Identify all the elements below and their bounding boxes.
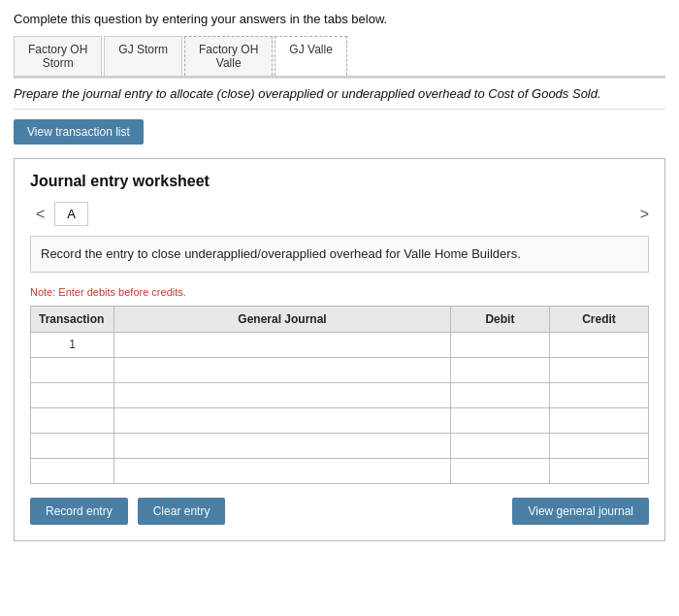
table-row bbox=[31, 433, 649, 458]
debit-cell-2[interactable] bbox=[450, 357, 549, 382]
credit-cell-6[interactable] bbox=[549, 458, 648, 483]
tabs-container: Factory OHStorm GJ Storm Factory OHValle… bbox=[14, 36, 665, 78]
debit-cell-3[interactable] bbox=[450, 382, 549, 407]
col-header-credit: Credit bbox=[549, 306, 648, 332]
transaction-num-5 bbox=[31, 433, 114, 458]
worksheet-box: Journal entry worksheet < A > Record the… bbox=[14, 158, 665, 541]
credit-cell-2[interactable] bbox=[549, 357, 648, 382]
nav-left-arrow[interactable]: < bbox=[30, 204, 50, 225]
nav-right-arrow[interactable]: > bbox=[640, 206, 649, 223]
instruction-text: Complete this question by entering your … bbox=[14, 12, 665, 26]
table-row: 1 bbox=[31, 332, 649, 357]
clear-entry-button[interactable]: Clear entry bbox=[138, 498, 226, 525]
journal-table: Transaction General Journal Debit Credit… bbox=[30, 306, 649, 484]
table-row bbox=[31, 407, 649, 433]
nav-row: < A > bbox=[30, 202, 649, 226]
tab-factory-oh-storm[interactable]: Factory OHStorm bbox=[14, 36, 102, 76]
debit-cell-6[interactable] bbox=[450, 458, 549, 483]
transaction-num-1: 1 bbox=[31, 332, 114, 357]
credit-cell-5[interactable] bbox=[549, 433, 648, 458]
record-description: Record the entry to close underapplied/o… bbox=[30, 236, 649, 273]
col-header-general-journal: General Journal bbox=[114, 306, 451, 332]
tab-gj-valle[interactable]: GJ Valle bbox=[275, 36, 346, 76]
general-journal-cell-1[interactable] bbox=[114, 332, 451, 357]
general-journal-cell-4[interactable] bbox=[114, 407, 451, 433]
general-journal-cell-5[interactable] bbox=[114, 433, 451, 458]
transaction-num-2 bbox=[31, 357, 114, 382]
transaction-num-4 bbox=[31, 407, 114, 433]
col-header-transaction: Transaction bbox=[31, 306, 114, 332]
debit-cell-5[interactable] bbox=[450, 433, 549, 458]
general-journal-cell-3[interactable] bbox=[114, 382, 451, 407]
view-general-journal-button[interactable]: View general journal bbox=[512, 498, 649, 525]
table-row bbox=[31, 357, 649, 382]
table-row bbox=[31, 458, 649, 483]
note-text: Note: Enter debits before credits. bbox=[30, 286, 649, 298]
general-journal-cell-6[interactable] bbox=[114, 458, 451, 483]
record-entry-button[interactable]: Record entry bbox=[30, 498, 128, 525]
bottom-buttons: Record entry Clear entry View general jo… bbox=[30, 498, 649, 525]
transaction-num-6 bbox=[31, 458, 114, 483]
credit-cell-3[interactable] bbox=[549, 382, 648, 407]
general-journal-cell-2[interactable] bbox=[114, 357, 451, 382]
debit-cell-4[interactable] bbox=[450, 407, 549, 433]
col-header-debit: Debit bbox=[450, 306, 549, 332]
transaction-num-3 bbox=[31, 382, 114, 407]
credit-cell-1[interactable] bbox=[549, 332, 648, 357]
worksheet-title: Journal entry worksheet bbox=[30, 173, 649, 190]
tab-gj-storm[interactable]: GJ Storm bbox=[104, 36, 182, 76]
tab-factory-oh-valle[interactable]: Factory OHValle bbox=[184, 36, 273, 76]
credit-cell-4[interactable] bbox=[549, 407, 648, 433]
view-transaction-button[interactable]: View transaction list bbox=[14, 119, 144, 145]
card-tab-a[interactable]: A bbox=[54, 202, 88, 226]
prepare-text: Prepare the journal entry to allocate (c… bbox=[14, 78, 665, 110]
debit-cell-1[interactable] bbox=[450, 332, 549, 357]
table-row bbox=[31, 382, 649, 407]
